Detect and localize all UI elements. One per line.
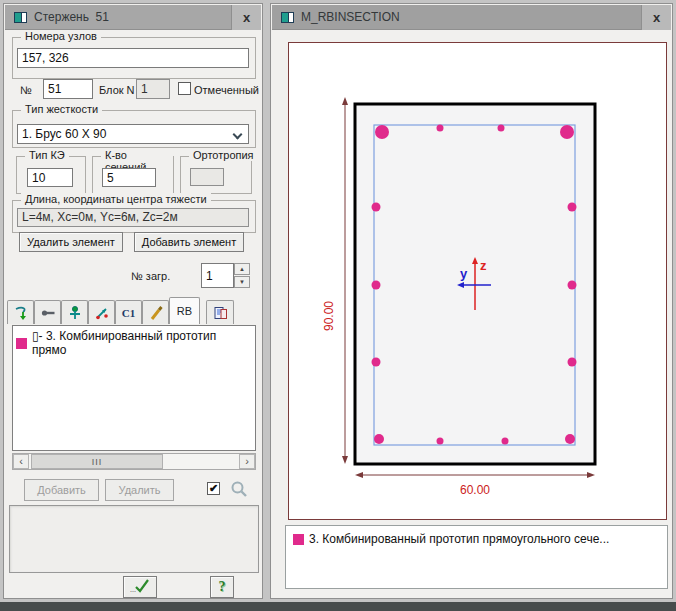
tab-copy[interactable]	[206, 300, 234, 324]
chevron-down-icon[interactable]	[233, 130, 243, 140]
prototype-listbox[interactable]: ▯- 3. Комбинированный прототип прямо	[12, 325, 256, 451]
add-element-button[interactable]: Добавить элемент	[134, 232, 244, 252]
node-numbers-label: Номера узлов	[21, 30, 101, 42]
legend-item-text: 3. Комбинированный прототип прямоугольно…	[309, 532, 609, 546]
axis-y-label: y	[460, 266, 468, 281]
axis-z-label: z	[480, 258, 487, 273]
tab-c1-label: C1	[122, 307, 135, 319]
rebar-dot	[437, 438, 444, 445]
tab-rb[interactable]: RB	[169, 297, 200, 324]
length-label: Длина, координаты центра тяжести	[21, 193, 211, 205]
tab-hinges[interactable]	[34, 300, 61, 324]
marked-label: Отмеченный	[194, 84, 259, 96]
rebar-dot	[372, 203, 381, 212]
fe-type-group: Тип КЭ	[16, 156, 86, 194]
info-panel	[9, 505, 259, 573]
close-icon[interactable]: x	[641, 5, 671, 30]
block-number-field	[136, 79, 170, 99]
legend-item[interactable]: 3. Комбинированный прототип прямоугольно…	[286, 526, 667, 552]
sections-count-group: К-во сечений	[92, 156, 174, 194]
rebar-dot	[374, 434, 384, 444]
app-statusbar-strip	[0, 602, 676, 611]
scrollbar-thumb[interactable]: III	[31, 454, 163, 469]
clipboard-icon	[212, 305, 228, 321]
hinge-icon	[40, 305, 56, 321]
rebar-dot	[568, 281, 577, 290]
section-window-title: M_RBINSECTION	[301, 10, 400, 24]
delete-button[interactable]: Удалить	[105, 479, 174, 501]
section-viewer-window: M_RBINSECTION x 90.0060.00zy 3. Комбинир…	[270, 3, 673, 599]
sections-count-input[interactable]	[102, 168, 156, 187]
stiffness-type-group: Тип жесткости 1. Брус 60 X 90	[12, 110, 256, 148]
element-number-input[interactable]	[43, 79, 93, 99]
curved-arrow-icon	[13, 305, 29, 321]
rebar-dot	[565, 434, 575, 444]
tab-rb-label: RB	[177, 305, 192, 317]
length-value-field: L=4м, Xc=0м, Yc=6м, Zc=2м	[17, 208, 249, 227]
apply-button[interactable]: ...	[123, 576, 157, 598]
force-vectors-icon	[94, 305, 110, 321]
load-number-input[interactable]	[201, 263, 234, 288]
tab-supports[interactable]	[61, 300, 88, 324]
close-icon[interactable]: x	[231, 5, 261, 30]
height-dimension-label: 90.00	[322, 301, 336, 331]
scroll-right-icon[interactable]: ›	[239, 454, 255, 469]
legend-color-swatch	[293, 534, 304, 545]
orthotropy-label: Ортотропия	[189, 149, 258, 161]
node-numbers-input[interactable]	[17, 48, 249, 68]
bar-window-title: Стержень 51	[34, 10, 109, 24]
prototype-color-swatch	[16, 338, 27, 349]
rebar-dot	[437, 125, 444, 132]
add-button[interactable]: Добавить	[24, 479, 99, 501]
brush-icon	[148, 305, 164, 321]
section-legend: 3. Комбинированный прототип прямоугольно…	[285, 525, 668, 589]
load-number-label: № загр.	[131, 270, 170, 282]
search-checkbox[interactable]: ✔	[207, 482, 220, 495]
horizontal-scrollbar[interactable]: ‹ III ›	[12, 453, 256, 470]
window-icon	[14, 12, 27, 23]
block-number-label: Блок N	[99, 84, 135, 96]
spinner-up-button[interactable]: ▲	[234, 263, 250, 275]
spinner-down-button[interactable]: ▼	[234, 276, 250, 288]
rebar-dot	[372, 358, 381, 367]
orthotropy-group: Ортотропия	[180, 156, 252, 194]
bar-properties-window: Стержень 51 x Номера узлов № Блок N Отме…	[3, 3, 263, 599]
prototype-item-text: ▯- 3. Комбинированный прототип прямо	[32, 329, 252, 357]
rebar-dot	[498, 125, 505, 132]
section-drawing-area: 90.0060.00zy	[288, 42, 667, 520]
help-button[interactable]: ?	[210, 576, 234, 598]
magnifier-icon[interactable]	[230, 480, 248, 500]
question-mark-icon: ?	[219, 579, 226, 594]
tab-c1[interactable]: C1	[115, 300, 142, 324]
section-window-titlebar[interactable]: M_RBINSECTION x	[272, 5, 671, 30]
list-item[interactable]: ▯- 3. Комбинированный прототип прямо	[13, 326, 255, 360]
tab-design[interactable]	[142, 300, 169, 324]
rebar-dot	[372, 281, 381, 290]
window-icon	[281, 12, 294, 23]
marked-checkbox[interactable]	[178, 82, 191, 95]
rebar-dot	[560, 125, 574, 139]
tab-initial-displacements[interactable]	[7, 300, 34, 324]
delete-element-button[interactable]: Удалить элемент	[19, 232, 123, 252]
mode-tabstrip: C1 RB	[4, 296, 264, 324]
length-group: Длина, координаты центра тяжести L=4м, X…	[12, 200, 256, 233]
svg-text:...: ...	[130, 586, 136, 593]
scroll-left-icon[interactable]: ‹	[13, 454, 29, 469]
orthotropy-field	[190, 168, 224, 186]
width-dimension-label: 60.00	[460, 483, 490, 497]
bar-window-titlebar[interactable]: Стержень 51 x	[5, 5, 261, 30]
rebar-dot	[502, 438, 509, 445]
rebar-dot	[375, 125, 389, 139]
fe-type-label: Тип КЭ	[25, 149, 69, 161]
element-number-label: №	[20, 84, 32, 96]
node-numbers-group: Номера узлов	[12, 37, 256, 79]
fe-type-input[interactable]	[27, 168, 73, 187]
stiffness-type-label: Тип жесткости	[21, 103, 102, 115]
stiffness-type-combobox[interactable]: 1. Брус 60 X 90	[17, 124, 249, 144]
tab-local-loads[interactable]	[88, 300, 115, 324]
support-node-icon	[67, 305, 83, 321]
stiffness-type-value: 1. Брус 60 X 90	[22, 127, 106, 141]
checkmark-icon: ...	[129, 578, 151, 594]
rebar-dot	[568, 203, 577, 212]
rebar-dot	[568, 358, 577, 367]
